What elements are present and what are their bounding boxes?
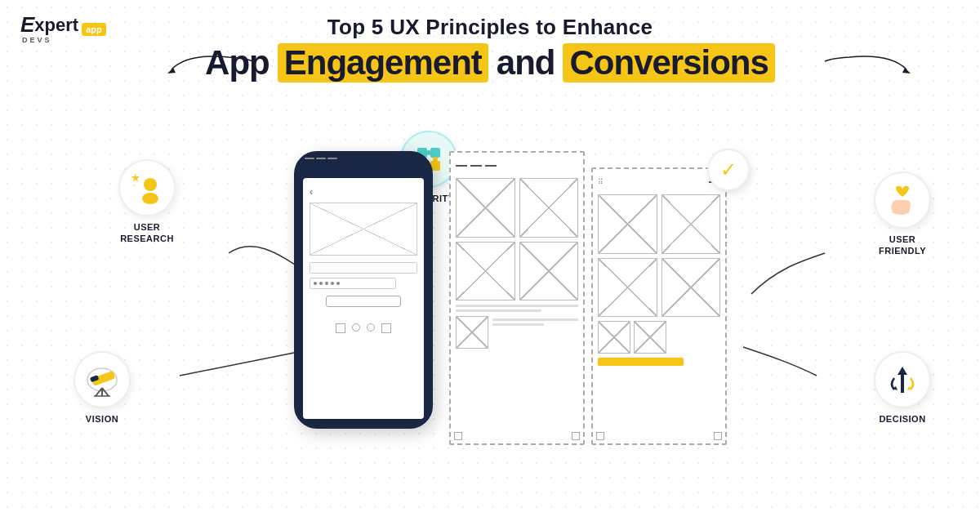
wf-corner-mark-1 xyxy=(454,432,462,440)
wf-grid-2 xyxy=(598,194,720,317)
phone-bottom-icons xyxy=(310,323,417,333)
wf-header-1 xyxy=(456,158,578,174)
feature-user-friendly: USERFRIENDLY xyxy=(874,171,931,257)
wf-cell-3 xyxy=(456,242,515,301)
wf-cell-1 xyxy=(456,178,515,238)
wf-cell-4 xyxy=(519,242,579,301)
wf-cell-small-1 xyxy=(456,316,488,349)
wireframe-page-1 xyxy=(449,151,585,445)
deco-arrow-right-svg xyxy=(817,45,915,78)
wf-cell-8 xyxy=(662,258,721,318)
phone-password-input xyxy=(310,278,396,289)
wf-line-s2 xyxy=(492,323,544,326)
decision-icon-circle xyxy=(874,351,931,408)
phone-input-1 xyxy=(310,262,417,274)
feature-vision: VISION xyxy=(74,351,131,425)
svg-line-17 xyxy=(102,388,109,396)
wf-line-2 xyxy=(456,309,541,312)
feature-user-research: USERRESEARCH xyxy=(118,159,176,245)
wf-menu-1 xyxy=(456,165,467,167)
phone-screen: ‹ xyxy=(303,178,424,419)
svg-point-3 xyxy=(142,193,158,204)
wf-menu-2 xyxy=(470,165,482,167)
feature-decision: DECISION xyxy=(874,351,931,425)
phone-image-placeholder xyxy=(310,203,417,256)
wf-cell-small-2 xyxy=(598,321,630,354)
wf-cell-small-3 xyxy=(634,321,666,354)
check-bubble: ✓ xyxy=(707,149,750,191)
user-research-label: USERRESEARCH xyxy=(118,221,176,245)
wf-cell-5 xyxy=(598,194,657,254)
phone-notch xyxy=(343,160,384,167)
wf-cell-2 xyxy=(519,178,579,238)
wf-line-1 xyxy=(456,305,578,307)
wf-corner-mark-2 xyxy=(572,432,580,440)
user-friendly-label: USERFRIENDLY xyxy=(874,234,931,257)
user-research-icon xyxy=(129,170,165,206)
vision-icon-circle xyxy=(74,351,131,408)
wireframe-page-2: ⠿ ✓ xyxy=(591,167,727,445)
title-conversions-highlighted: Conversions xyxy=(563,43,774,82)
wireframe-pages: ⠿ ✓ xyxy=(449,143,727,445)
decision-icon xyxy=(884,362,920,398)
wf-line-s1 xyxy=(492,318,578,321)
wf-cell-6 xyxy=(662,194,721,254)
wf-menu-3 xyxy=(485,165,497,167)
wf-dots: ⠿ xyxy=(598,178,604,186)
wf-grid-1 xyxy=(456,178,578,301)
svg-line-15 xyxy=(96,388,102,396)
svg-marker-0 xyxy=(131,173,140,182)
title-engagement-highlighted: Engagement xyxy=(278,43,488,82)
decision-label: DECISION xyxy=(874,413,931,425)
page-container: E xpert app DEVS Top 5 UX Principles to … xyxy=(0,0,980,512)
svg-point-2 xyxy=(144,178,157,191)
svg-marker-1 xyxy=(133,184,136,186)
wf-bottom-row-1 xyxy=(456,316,578,349)
wf-header-2: ⠿ xyxy=(598,174,720,190)
phone-button-placeholder xyxy=(326,296,401,307)
wf-cell-7 xyxy=(598,258,657,318)
phone-mockup: ‹ xyxy=(294,151,433,429)
user-friendly-icon-circle xyxy=(874,171,931,229)
user-research-icon-circle xyxy=(118,159,176,216)
vision-label: VISION xyxy=(74,413,131,425)
phone-status-dots xyxy=(305,158,337,159)
wf-corner-mark-4 xyxy=(714,432,722,440)
phone-back-arrow: ‹ xyxy=(310,186,417,198)
svg-marker-19 xyxy=(898,367,907,393)
title-and-word: and xyxy=(497,43,555,82)
wf-yellow-bar xyxy=(598,358,684,366)
deco-arrow-left-svg xyxy=(163,45,261,78)
user-friendly-icon xyxy=(884,182,920,218)
center-mockup-area: ‹ xyxy=(278,143,702,494)
wf-corner-mark-3 xyxy=(596,432,604,440)
wf-small-grid xyxy=(598,321,720,354)
title-line1: Top 5 UX Principles to Enhance xyxy=(0,15,980,40)
vision-icon xyxy=(84,362,120,398)
